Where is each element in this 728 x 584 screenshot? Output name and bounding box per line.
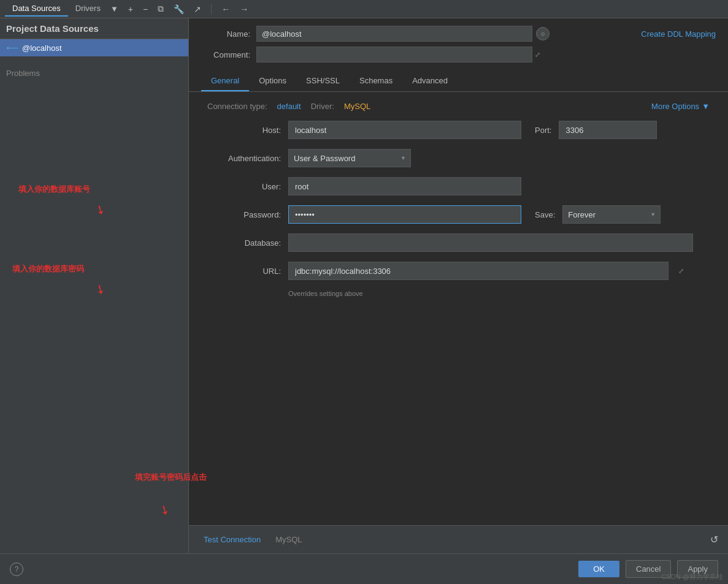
remove-btn[interactable]: − bbox=[140, 3, 150, 15]
name-input[interactable] bbox=[256, 26, 532, 42]
url-input[interactable] bbox=[288, 262, 669, 280]
top-toolbar: Data Sources Drivers ▼ + − ⧉ 🔧 ↗ ← → bbox=[0, 0, 728, 18]
sidebar-problems: Problems bbox=[0, 56, 188, 90]
name-label: Name: bbox=[201, 29, 250, 39]
forward-btn[interactable]: → bbox=[237, 3, 251, 15]
annotation-fill-account: 填入你的数据库账号 bbox=[18, 184, 90, 195]
form-area: Connection type: default Driver: MySQL M… bbox=[189, 92, 728, 525]
add-btn[interactable]: + bbox=[126, 3, 136, 15]
host-port-row: Host: Port: bbox=[207, 121, 710, 139]
ok-btn[interactable]: OK bbox=[578, 561, 619, 577]
copy-btn[interactable]: ⧉ bbox=[155, 2, 166, 15]
more-options-btn[interactable]: More Options ▼ bbox=[651, 102, 710, 111]
port-label: Port: bbox=[535, 126, 551, 135]
driver-label: Driver: bbox=[311, 102, 334, 111]
password-label: Password: bbox=[207, 210, 281, 219]
url-row: URL: ⤢ bbox=[207, 262, 710, 280]
user-input[interactable] bbox=[288, 177, 521, 195]
conn-type-value[interactable]: default bbox=[277, 102, 301, 111]
name-row: Name: ○ Create DDL Mapping bbox=[201, 26, 716, 42]
back-btn[interactable]: ← bbox=[219, 3, 232, 15]
tab-data-sources[interactable]: Data Sources bbox=[5, 1, 68, 17]
name-comment-area: Name: ○ Create DDL Mapping Comment: ⤢ bbox=[189, 18, 728, 71]
tabs-bar: General Options SSH/SSL Schemas Advanced bbox=[189, 71, 728, 92]
toolbar-actions: + − ⧉ 🔧 ↗ ← → bbox=[126, 2, 251, 15]
url-expand-btn[interactable]: ⤢ bbox=[678, 267, 684, 275]
save-select-wrapper: Forever Until restart Never bbox=[562, 205, 661, 224]
comment-input[interactable] bbox=[256, 47, 532, 63]
dialog-bottom: ? OK Cancel Apply bbox=[0, 553, 728, 584]
connection-type-row: Connection type: default Driver: MySQL M… bbox=[207, 102, 710, 111]
test-connection-btn[interactable]: Test Connection bbox=[199, 533, 266, 547]
driver-value[interactable]: MySQL bbox=[344, 102, 370, 111]
refresh-icon-btn[interactable]: ↺ bbox=[710, 534, 718, 545]
toolbar-separator bbox=[211, 4, 212, 14]
user-row: User: bbox=[207, 177, 710, 195]
content-area: Project Data Sources ⟵ @localhost Proble… bbox=[0, 18, 728, 553]
db-icon: ⟵ bbox=[6, 43, 18, 53]
database-label: Database: bbox=[207, 238, 281, 248]
csdn-watermark: CSDN @努力学爪哇 bbox=[662, 572, 723, 582]
name-circle-btn[interactable]: ○ bbox=[536, 27, 550, 40]
tab-sshssl[interactable]: SSH/SSL bbox=[296, 71, 350, 91]
url-section: URL: ⤢ Overrides settings above bbox=[207, 262, 710, 297]
save-label: Save: bbox=[535, 210, 555, 219]
host-label: Host: bbox=[207, 126, 281, 135]
tab-schemas[interactable]: Schemas bbox=[350, 71, 402, 91]
annotation-fill-password: 填入你的数据库密码 bbox=[12, 264, 84, 275]
conn-type-label: Connection type: bbox=[207, 102, 267, 111]
password-row: Password: Save: Forever Until restart Ne… bbox=[207, 205, 710, 224]
comment-label: Comment: bbox=[201, 50, 250, 59]
tab-options[interactable]: Options bbox=[249, 71, 296, 91]
url-label: URL: bbox=[207, 267, 281, 276]
settings-btn[interactable]: 🔧 bbox=[171, 3, 186, 15]
user-label: User: bbox=[207, 182, 281, 191]
database-row: Database: bbox=[207, 233, 710, 252]
arrow-fill-account: ➘ bbox=[92, 200, 109, 218]
create-ddl-link[interactable]: Create DDL Mapping bbox=[641, 29, 716, 39]
sidebar: Project Data Sources ⟵ @localhost Proble… bbox=[0, 18, 189, 553]
sidebar-header: Project Data Sources bbox=[0, 18, 188, 39]
password-input[interactable] bbox=[288, 205, 521, 224]
tab-advanced[interactable]: Advanced bbox=[402, 71, 458, 91]
host-input[interactable] bbox=[288, 121, 521, 139]
arrow-click-after: ➘ bbox=[156, 501, 173, 518]
main-panel: Name: ○ Create DDL Mapping Comment: ⤢ Ge… bbox=[189, 18, 728, 553]
bottom-bar: Test Connection MySQL ↺ bbox=[189, 525, 728, 553]
auth-select-wrapper: User & Password No auth LDAP Kerberos bbox=[288, 149, 411, 167]
mysql-label: MySQL bbox=[275, 535, 302, 544]
database-input[interactable] bbox=[288, 233, 693, 252]
tab-general[interactable]: General bbox=[201, 71, 249, 91]
help-icon[interactable]: ? bbox=[10, 563, 23, 576]
auth-row: Authentication: User & Password No auth … bbox=[207, 149, 710, 167]
toolbar-tabs: Data Sources Drivers ▼ bbox=[5, 1, 121, 17]
url-note: Overrides settings above bbox=[288, 290, 710, 297]
auth-label: Authentication: bbox=[207, 154, 281, 163]
save-select[interactable]: Forever Until restart Never bbox=[562, 205, 661, 224]
arrow-fill-password: ➘ bbox=[92, 280, 109, 298]
auth-select[interactable]: User & Password No auth LDAP Kerberos bbox=[288, 149, 411, 167]
port-input[interactable] bbox=[559, 121, 657, 139]
tab-drivers[interactable]: Drivers bbox=[68, 1, 108, 17]
toolbar-dropdown-btn[interactable]: ▼ bbox=[108, 2, 121, 16]
sidebar-item-label-localhost: @localhost bbox=[22, 44, 62, 53]
comment-row: Comment: ⤢ bbox=[201, 47, 716, 63]
export-btn[interactable]: ↗ bbox=[191, 3, 204, 15]
sidebar-item-localhost[interactable]: ⟵ @localhost bbox=[0, 39, 188, 56]
comment-expand-btn[interactable]: ⤢ bbox=[535, 51, 540, 59]
